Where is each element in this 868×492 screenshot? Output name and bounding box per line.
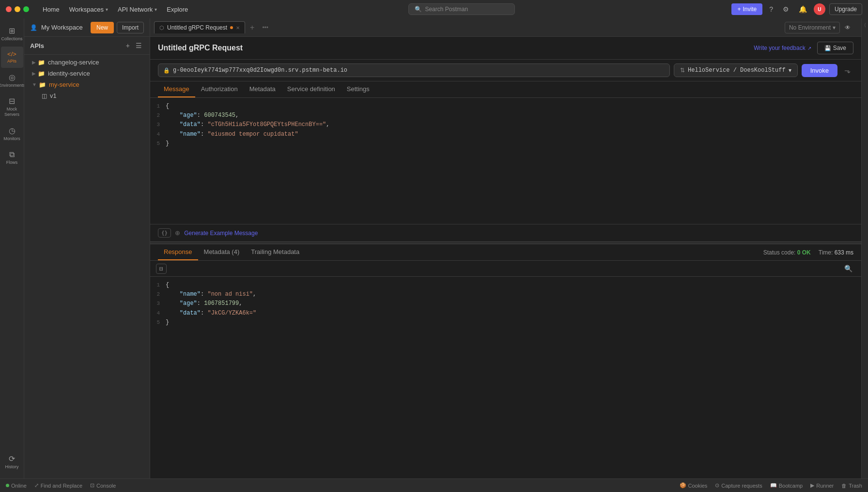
cookies-button[interactable]: 🍪 Cookies <box>680 482 708 489</box>
runner-button[interactable]: ▶ Runner <box>810 482 834 489</box>
search-box[interactable]: 🔍 Search Postman <box>408 3 515 15</box>
environments-icon: ◎ <box>9 73 16 82</box>
titlebar-actions: + Invite ? ⚙ 🔔 U Upgrade <box>731 3 862 15</box>
sidebar-item-history[interactable]: ⟳ History <box>1 450 23 474</box>
sidebar-item-collections[interactable]: ⊞ Collections <box>1 22 23 46</box>
tab-grpc-request[interactable]: ⬡ Untitled gRPC Request ✕ <box>154 21 245 33</box>
feedback-link[interactable]: Write your feedback ↗ <box>754 45 811 51</box>
right-panel-toggle-icon[interactable]: ⟨ <box>864 22 866 28</box>
sidebar-item-apis[interactable]: </> APIs <box>1 47 23 68</box>
chevron-right-icon: ▶ <box>32 71 36 76</box>
tab-metadata[interactable]: Metadata <box>244 81 281 97</box>
workspace-header: 👤 My Workspace New Import <box>24 18 150 37</box>
maximize-button[interactable] <box>23 6 29 12</box>
close-button[interactable] <box>6 6 12 12</box>
sidebar-panel: 👤 My Workspace New Import APIs + ☰ ▶ 📁 c… <box>24 18 150 478</box>
response-tab-metadata[interactable]: Metadata (4) <box>198 244 246 260</box>
filter-button[interactable]: ☰ <box>134 41 144 50</box>
help-button[interactable]: ? <box>766 3 776 15</box>
new-tab-button[interactable]: + <box>247 22 257 33</box>
generate-example-bar: {} ⊕ Generate Example Message <box>150 224 861 242</box>
generate-example-link[interactable]: Generate Example Message <box>184 230 258 237</box>
format-button[interactable]: {} <box>158 228 171 238</box>
url-input[interactable] <box>173 67 665 74</box>
new-button[interactable]: New <box>91 22 114 33</box>
tab-settings[interactable]: Settings <box>341 81 375 97</box>
environment-selector[interactable]: No Environment ▾ <box>785 22 840 33</box>
search-response-button[interactable]: 🔍 <box>841 263 855 274</box>
sidebar-item-environments[interactable]: ◎ Environments <box>1 69 23 92</box>
url-bar: 🔒 ⇅ HelloService / DoesKoolStuff ▾ Invok… <box>150 60 861 81</box>
chevron-right-icon: ▶ <box>32 60 36 65</box>
online-status: Online <box>6 483 27 489</box>
url-input-wrapper[interactable]: 🔒 <box>158 63 670 77</box>
nav-explore[interactable]: Explore <box>163 4 192 15</box>
tree-item-v1[interactable]: ◫ v1 <box>26 90 148 101</box>
more-tabs-button[interactable]: ••• <box>259 23 271 32</box>
import-button[interactable]: Import <box>117 22 144 33</box>
chevron-down-icon: ▼ <box>32 82 37 87</box>
nav-api-network[interactable]: API Network ▾ <box>114 4 161 15</box>
trash-button[interactable]: 🗑 Trash <box>841 483 862 489</box>
sidebar-tree: ▶ 📁 changelog-service ▶ 📁 identity-servi… <box>24 55 150 478</box>
sidebar-icons: ⊞ Collections </> APIs ◎ Environments ⊟ … <box>0 18 24 478</box>
bootcamp-button[interactable]: 📖 Bootcamp <box>770 482 803 489</box>
chevron-down-icon: ▾ <box>155 7 157 12</box>
tab-close-button[interactable]: ✕ <box>236 25 240 31</box>
tree-item-my-service[interactable]: ▼ 📁 my-service <box>26 79 148 90</box>
tree-item-changelog-service[interactable]: ▶ 📁 changelog-service <box>26 57 148 68</box>
sidebar-tree-header: APIs + ☰ <box>24 37 150 55</box>
console-button[interactable]: ⊡ Console <box>90 482 116 489</box>
response-line-1: 1 { <box>150 281 861 290</box>
avatar[interactable]: U <box>814 3 825 15</box>
invoke-button[interactable]: Invoke <box>802 64 837 77</box>
search-placeholder: Search Postman <box>425 6 468 13</box>
collections-icon: ⊞ <box>9 26 15 35</box>
service-selector[interactable]: ⇅ HelloService / DoesKoolStuff ▾ <box>674 63 798 77</box>
transfer-icon: ⇅ <box>680 67 685 74</box>
tab-service-definition[interactable]: Service definition <box>281 81 341 97</box>
notifications-button[interactable]: 🔔 <box>796 3 810 15</box>
filter-response-button[interactable]: ⊟ <box>156 264 167 274</box>
minimize-button[interactable] <box>15 6 20 12</box>
tab-message[interactable]: Message <box>158 81 195 97</box>
trash-icon: 🗑 <box>841 483 847 489</box>
request-editor-content[interactable]: 1 { 2 "age": 600743545, 3 "data": "cTGh5… <box>150 98 861 224</box>
response-line-4: 4 "data": "JkCG/YZKA6k=" <box>150 309 861 318</box>
unsaved-indicator <box>230 26 233 29</box>
apis-icon: </> <box>7 50 16 58</box>
capture-icon: ⊙ <box>715 482 719 489</box>
nav-workspaces[interactable]: Workspaces ▾ <box>65 4 112 15</box>
main-content: ⬡ Untitled gRPC Request ✕ + ••• No Envir… <box>150 18 861 478</box>
invite-button[interactable]: + Invite <box>731 3 762 15</box>
tab-authorization[interactable]: Authorization <box>195 81 244 97</box>
capture-button[interactable]: ⊙ Capture requests <box>715 482 762 489</box>
sidebar-item-monitors[interactable]: ◷ Monitors <box>1 122 23 145</box>
add-api-button[interactable]: + <box>124 41 132 50</box>
right-panel: ⟨ <box>861 18 868 478</box>
online-dot <box>6 484 9 487</box>
find-replace-button[interactable]: ⤢ Find and Replace <box>34 482 82 489</box>
response-tab-trailing[interactable]: Trailing Metadata <box>245 244 305 260</box>
response-editor-content[interactable]: 1 { 2 "name": "non ad nisi", 3 "age": 10… <box>150 277 861 478</box>
settings-button[interactable]: ⚙ <box>780 3 792 15</box>
lock-icon: 🔒 <box>163 67 170 74</box>
tabs-bar: ⬡ Untitled gRPC Request ✕ + ••• No Envir… <box>150 18 861 37</box>
environment-settings-button[interactable]: 👁 <box>842 22 853 33</box>
response-panel-toggle[interactable]: ⬎ <box>841 64 853 77</box>
sidebar-item-flows[interactable]: ⧉ Flows <box>1 146 23 169</box>
save-button[interactable]: 💾 Save <box>817 42 853 54</box>
response-tabs-bar: Response Metadata (4) Trailing Metadata … <box>150 244 861 261</box>
folder-icon: 📁 <box>39 81 46 88</box>
nav-home[interactable]: Home <box>39 4 63 15</box>
tree-item-identity-service[interactable]: ▶ 📁 identity-service <box>26 68 148 79</box>
sidebar-section-label: APIs <box>30 42 44 49</box>
response-status: Status code: 0 OK Time: 633 ms <box>763 249 853 256</box>
bootcamp-icon: 📖 <box>770 482 777 489</box>
upgrade-button[interactable]: Upgrade <box>829 3 862 15</box>
response-tab-response[interactable]: Response <box>158 244 198 260</box>
sidebar-item-mock-servers[interactable]: ⊟ Mock Servers <box>1 93 23 121</box>
cookies-icon: 🍪 <box>680 482 686 489</box>
response-line-3: 3 "age": 1067851799, <box>150 299 861 308</box>
code-line-1: 1 { <box>150 102 861 111</box>
